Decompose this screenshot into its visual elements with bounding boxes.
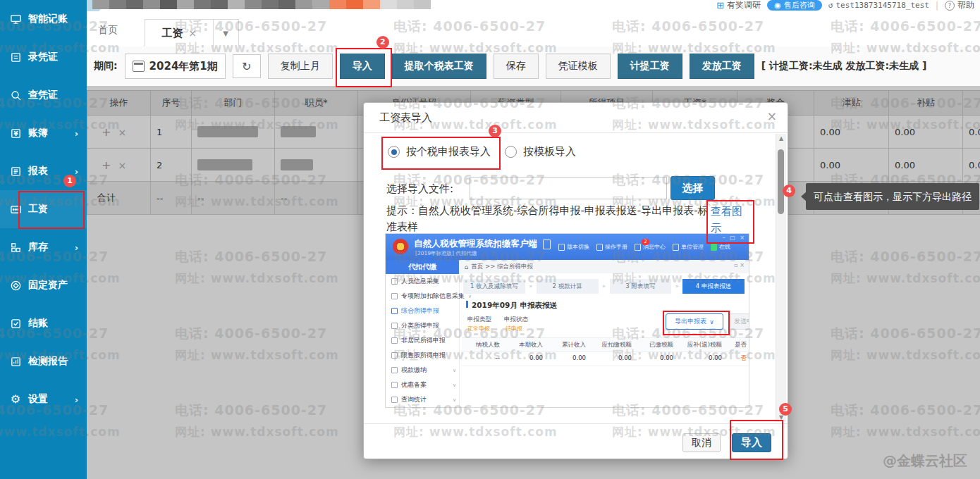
tax-nav-item: 专项附加扣除信息采集∨ <box>386 289 459 304</box>
redacted-block <box>177 0 194 9</box>
sidebar-item-检测报告[interactable]: 检测报告 <box>0 342 87 380</box>
redacted-block <box>312 0 329 9</box>
redacted-block <box>228 0 245 9</box>
sidebar-item-固定资产[interactable]: 固定资产 <box>0 266 87 304</box>
decl-type-value: 正常申报 <box>467 325 490 332</box>
toolbar-buttons: 复制上月导入提取个税表工资保存凭证模板计提工资发放工资 <box>268 54 754 79</box>
redacted-block <box>278 0 295 9</box>
tax-client-breadcrumb: ⌂ 首页 >> 综合所得申报 ▫ × <box>459 260 749 273</box>
sidebar-item-label: 报表 <box>28 165 48 178</box>
send-declaration-button: 发送申报 <box>728 313 749 330</box>
import-file-input[interactable] <box>470 177 667 199</box>
tax-nav-label: 优惠备案 <box>401 380 427 390</box>
sidebar-item-label: 账簿 <box>28 127 48 139</box>
help-link[interactable]: ?帮助 <box>945 0 974 11</box>
tax-col-header: 已缴税额 <box>635 338 677 352</box>
tax-cell: -- <box>462 351 503 366</box>
radio-import-by-template[interactable]: 按模板导入 <box>505 145 576 158</box>
step-separator-icon: » <box>599 283 610 290</box>
tax-nav-label: 非居民所得申报 <box>401 336 446 345</box>
sidebar-item-label: 查凭证 <box>28 89 58 101</box>
refresh-button[interactable]: ↻ <box>233 54 261 78</box>
redacted-block <box>211 0 228 9</box>
sidebar-item-label: 库存 <box>28 241 48 254</box>
file-label: 选择导入文件: <box>386 182 453 196</box>
redacted-block <box>143 0 160 9</box>
redacted-block <box>414 0 431 9</box>
tax-menu-label: 在线 <box>719 243 730 251</box>
sidebar-item-查凭证[interactable]: 查凭证 <box>0 76 87 114</box>
toolbar-button-发放工资[interactable]: 发放工资 <box>690 54 754 79</box>
cancel-button[interactable]: 取消 <box>682 433 721 452</box>
redacted-block <box>262 0 278 9</box>
scrollbar-thumb[interactable] <box>778 149 784 214</box>
tax-nav-label: 综合所得申报 <box>401 306 439 316</box>
toolbar-button-保存[interactable]: 保存 <box>494 54 539 79</box>
tax-cell: 0.00 <box>635 351 677 366</box>
tax-menu-icon <box>711 244 717 251</box>
survey-link[interactable]: ⊞有奖调研 <box>716 0 761 11</box>
tax-menu-item: 版本切换 <box>558 243 589 251</box>
tax-col-header: 是否 <box>725 338 749 352</box>
sidebar-item-结账[interactable]: 结账 <box>0 304 87 342</box>
sidebar-item-报表[interactable]: 报表› <box>0 152 87 190</box>
tax-menu-icon <box>635 244 641 251</box>
toolbar-button-计提工资[interactable]: 计提工资 <box>618 54 682 79</box>
tab-dropdown-button[interactable]: ▼ <box>213 19 239 47</box>
tax-nav-item: 非居民所得申报 <box>386 333 459 348</box>
toolbar-button-导入[interactable]: 导入 <box>340 54 385 79</box>
redacted-block <box>194 0 211 9</box>
tax-nav-icon <box>391 397 398 403</box>
declaration-section-title: 2019年09月 申报表报送 <box>466 301 557 311</box>
tab-salary[interactable]: 工资 × <box>145 19 214 47</box>
modal-scrollbar[interactable]: ▲ ▼ <box>776 134 786 422</box>
modal-header: 工资表导入 × <box>364 103 788 133</box>
username[interactable]: ↺test13873145718_test <box>828 1 929 10</box>
tax-client-main: ⌂ 首页 >> 综合所得申报 ▫ × 1 收入及减除填写»2 税款计算»3 附表… <box>459 260 749 407</box>
close-icon[interactable]: × <box>767 111 777 123</box>
tax-nav-icon <box>391 337 398 344</box>
sidebar-item-智能记账[interactable]: 智能记账 <box>0 0 87 38</box>
toolbar-button-提取个税表工资[interactable]: 提取个税表工资 <box>392 54 486 79</box>
import-button[interactable]: 导入 <box>732 433 771 452</box>
settings-icon: ⚙ <box>9 393 22 406</box>
sidebar-item-设置[interactable]: ⚙设置› <box>0 380 87 418</box>
tax-menu-label: 操作手册 <box>605 243 627 251</box>
toolbar-button-复制上月[interactable]: 复制上月 <box>268 54 333 79</box>
hint-text: 提示：自然人税收管理系统-综合所得申报-申报表报送-导出申报表-标准表样 <box>386 203 712 235</box>
sidebar-item-工资[interactable]: 工资 <box>0 190 87 228</box>
close-icon[interactable]: × <box>188 27 197 39</box>
voucher-search-icon <box>9 89 22 101</box>
grid-icon: ⊞ <box>716 0 724 11</box>
calendar-icon <box>133 61 145 72</box>
view-illustration-link[interactable]: 查看图示 <box>711 203 747 237</box>
support-button[interactable]: ◉售后咨询 <box>767 0 822 11</box>
chevron-right-icon: › <box>75 394 78 405</box>
sidebar-item-库存[interactable]: 库存› <box>0 228 87 266</box>
tax-step: 1 收入及减除填写 <box>463 279 525 294</box>
tax-client-steps: 1 收入及减除填写»2 税款计算»3 附表填写»4 申报表报送 <box>463 279 745 294</box>
radio-unselected-icon <box>505 146 517 158</box>
tax-menu-icon <box>558 244 565 251</box>
choose-file-button[interactable]: 选择 <box>670 176 715 200</box>
tax-nav-icon <box>391 352 398 359</box>
tax-client-title: 自然人税收管理系统扣缴客户端 <box>414 238 537 250</box>
sidebar-item-账簿[interactable]: ¥账簿› <box>0 114 87 152</box>
period-label: 期间: <box>94 60 118 73</box>
radio-import-by-tax-form[interactable]: 按个税申报表导入 <box>388 145 491 158</box>
scroll-up-icon[interactable]: ▲ <box>776 135 786 142</box>
tax-cell: 0.00 <box>546 351 589 366</box>
period-selector[interactable]: 2024年第1期 <box>125 54 226 79</box>
redacted-block <box>380 0 397 9</box>
sidebar-item-label: 智能记账 <box>28 13 68 25</box>
toolbar-button-凭证模板[interactable]: 凭证模板 <box>546 54 611 79</box>
sidebar-item-录凭证[interactable]: 录凭证 <box>0 38 87 76</box>
tax-menu-icon <box>673 244 679 251</box>
scroll-down-icon[interactable]: ▼ <box>776 414 786 421</box>
tab-home[interactable]: 首页 <box>98 24 118 37</box>
redacted-company-name <box>92 0 431 9</box>
fixed-asset-icon <box>9 279 22 292</box>
tax-menu-item: 操作手册 <box>596 243 627 251</box>
redacted-block <box>160 0 177 9</box>
tax-client-menu: 版本切换操作手册消息中心2单位管理在线 <box>558 243 730 251</box>
